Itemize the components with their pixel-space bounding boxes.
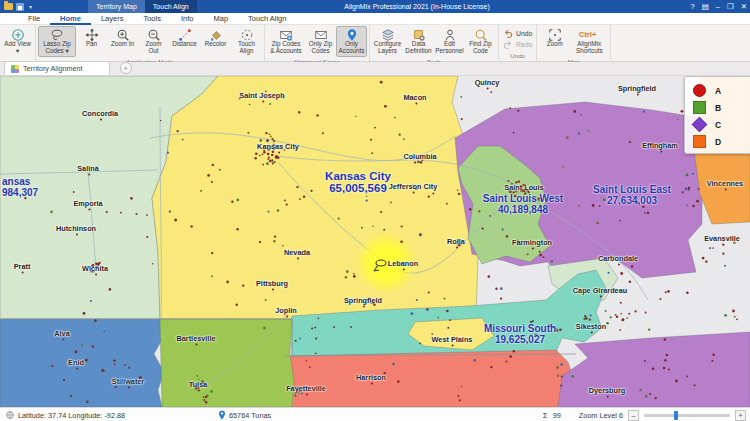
legend-item-c: C [693, 116, 750, 133]
city-label-nevada: Nevada [284, 248, 310, 257]
zoom-in-button[interactable]: Zoom In [107, 26, 138, 50]
pan-button[interactable]: Pan [76, 26, 107, 50]
zoom-level-label: Zoom Level 6 [579, 411, 623, 420]
city-label-saint-louis: Saint Louis [504, 183, 543, 192]
city-label-springfield: Springfield [618, 84, 656, 93]
city-label-springfield: Springfield [344, 296, 382, 305]
quick-access-caret-icon[interactable]: ▾ [29, 3, 32, 10]
map-canvas[interactable]: ansas984,307Kansas City65,005,569Saint L… [0, 76, 750, 407]
menu-bar: FileHomeLayersToolsInfoMapTouch Align [0, 13, 750, 25]
city-label-bartlesville: Bartlesville [177, 334, 216, 343]
city-label-jefferson-city: Jefferson City [389, 182, 438, 191]
menu-layers[interactable]: Layers [91, 13, 134, 25]
zoom-misc-button[interactable]: Zoom [539, 26, 570, 50]
region-oklahoma-east[interactable] [160, 319, 294, 407]
map-tab-icon [11, 65, 19, 73]
open-file-icon[interactable] [4, 3, 13, 10]
ribbon-group-misc: ZoomCtrl+AlignMix ShortcutsMisc [537, 25, 611, 61]
ribbon-options-button[interactable]: ▤ [702, 2, 709, 11]
minimize-button[interactable]: – [716, 2, 720, 11]
territory-label-kansas-city: Kansas City65,005,569 [325, 170, 391, 194]
menu-info[interactable]: Info [171, 13, 204, 25]
legend-square-icon [693, 135, 706, 148]
menu-home[interactable]: Home [50, 13, 91, 25]
menu-file[interactable]: File [18, 13, 50, 25]
data-definition-button[interactable]: Data Definition [403, 26, 434, 57]
zip-location-readout: 65764 Tunas [229, 411, 271, 420]
city-label-stillwater: Stillwater [112, 377, 144, 386]
redo-button[interactable]: Redo [501, 39, 534, 49]
ribbon-group-undo: UndoRedoUndo [499, 25, 537, 61]
touch-align-button[interactable]: Touch Align [231, 26, 262, 57]
territory-map[interactable] [0, 76, 750, 407]
menu-tools[interactable]: Tools [133, 13, 171, 25]
city-label-enid: Enid [68, 358, 84, 367]
close-button[interactable]: ✕ [741, 2, 747, 11]
city-label-farmington: Farmington [512, 238, 552, 247]
location-pin-icon [218, 410, 226, 420]
add-view-button[interactable]: Add View ▾ [2, 26, 33, 57]
window-title: AlignMix Professional 2021 (In-House Lic… [344, 0, 490, 13]
city-label-quincy: Quincy [475, 78, 500, 87]
find-zip-code-button[interactable]: Find Zip Code [465, 26, 496, 57]
city-label-joplin: Joplin [275, 306, 297, 315]
recolor-button[interactable]: Recolor [200, 26, 231, 50]
zoom-slider[interactable] [644, 414, 730, 417]
city-label-west-plains: West Plains [432, 335, 473, 344]
only-zip-codes-button[interactable]: Only Zip Codes [305, 26, 336, 57]
legend-item-d: D [693, 133, 750, 150]
city-label-salina: Salina [77, 164, 99, 173]
only-accounts-button[interactable]: Only Accounts [336, 26, 367, 57]
add-tab-button[interactable]: + [120, 62, 132, 74]
zoom-out-button[interactable]: – [628, 410, 639, 421]
city-label-sikeston: Sikeston [576, 322, 606, 331]
city-label-effingham: Effingham [642, 141, 678, 150]
city-label-pratt: Pratt [14, 262, 31, 271]
globe-icon [6, 411, 14, 419]
distance-button[interactable]: Distance [169, 26, 200, 50]
city-label-cape-girardeau: Cape Girardeau [573, 286, 627, 295]
save-icon[interactable] [16, 3, 24, 11]
city-label-saint-joseph: Saint Joseph [239, 91, 284, 100]
region-arkansas[interactable] [285, 350, 576, 407]
help-button[interactable]: ? [691, 2, 695, 11]
tab-label: Territory Alignment [23, 64, 83, 73]
ribbon-group-tools: Configure LayersData DefinitionEdit Pers… [370, 25, 499, 61]
zoom-in-button[interactable]: + [735, 410, 746, 421]
city-label-kansas-city: Kansas City [257, 142, 299, 151]
city-label-columbia: Columbia [403, 152, 436, 161]
undo-button[interactable]: Undo [501, 28, 534, 38]
menu-touch-align[interactable]: Touch Align [238, 13, 296, 25]
zoom-slider-handle[interactable] [674, 411, 678, 420]
city-label-hutchinson: Hutchinson [56, 224, 96, 233]
map-legend: ABCD [684, 76, 750, 154]
restore-button[interactable]: ❐ [727, 2, 734, 11]
zoom-out-button[interactable]: Zoom Out [138, 26, 169, 57]
territory-label-saint-louis-east: Saint Louis East27,634,003 [593, 184, 671, 206]
configure-layers-button[interactable]: Configure Layers [372, 26, 403, 57]
alignmix-shortcuts-button[interactable]: Ctrl+AlignMix Shortcuts [570, 26, 608, 57]
city-label-vincennes: Vincennes [707, 179, 743, 188]
legend-circle-icon [693, 84, 706, 97]
territory-label-ansas: ansas984,307 [2, 176, 38, 198]
titlebar-tab-territory-map[interactable]: Territory Map [88, 0, 145, 13]
menu-map[interactable]: Map [203, 13, 238, 25]
account-count: 99 [553, 411, 561, 420]
edit-personnel-button[interactable]: Edit Personnel [434, 26, 465, 57]
ribbon-group-view: Add View ▾ [0, 25, 36, 61]
ribbon-group-label: Undo [501, 51, 534, 61]
city-label-rolla: Rolla [447, 237, 465, 246]
tab-territory-alignment[interactable]: Territory Alignment [4, 61, 110, 75]
city-label-lebanon: Lebanon [388, 259, 418, 268]
lasso-zip-codes-button[interactable]: Lasso Zip Codes ▾ [38, 26, 76, 57]
ribbon-group-alignment-scope: Zip Codes & AccountsOnly Zip CodesOnly A… [265, 25, 370, 61]
status-bar: Latitude: 37.74 Longitude: -92.88 65764 … [0, 407, 750, 421]
city-label-pittsburg: Pittsburg [256, 279, 288, 288]
legend-item-b: B [693, 99, 750, 116]
sum-icon: Σ [543, 411, 548, 420]
city-label-wichita: Wichita [82, 264, 108, 273]
zip-codes-accounts-button[interactable]: Zip Codes & Accounts [267, 26, 305, 57]
ribbon-group-application-mode: Lasso Zip Codes ▾PanZoom InZoom OutDista… [36, 25, 265, 61]
alignmix-window: ▾ Territory MapTouch Align AlignMix Prof… [0, 0, 750, 421]
titlebar-tab-touch-align[interactable]: Touch Align [145, 0, 197, 13]
